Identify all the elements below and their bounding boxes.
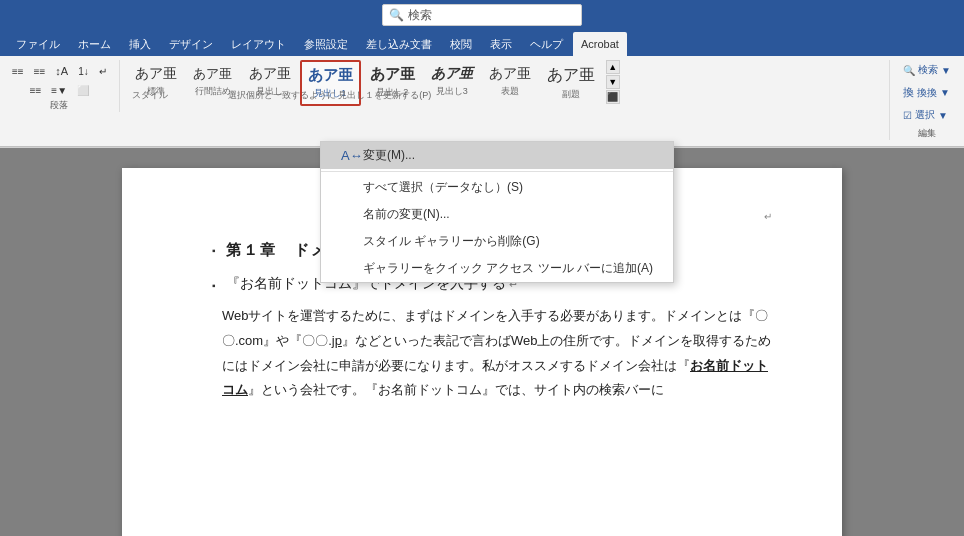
style-heading4-text: あア亜	[489, 65, 531, 83]
gallery-scroll: ▲ ▼ ⬛	[606, 60, 620, 104]
context-item-remove-label: スタイル ギャラリーから削除(G)	[363, 233, 540, 250]
body-paragraph: Webサイトを運営するために、まずはドメインを入手する必要があります。ドメインと…	[222, 304, 772, 403]
tab-review[interactable]: 校閲	[442, 32, 480, 56]
tab-reference[interactable]: 参照設定	[296, 32, 356, 56]
context-item-rename-label: 名前の変更(N)...	[363, 206, 450, 223]
ribbon-content: ≡≡ ≡≡ ↕A 1↓ ↵ ≡≡ ≡▼ ⬜ 段落 あア亜 標準	[0, 56, 964, 147]
indent-btn[interactable]: ≡▼	[47, 82, 71, 99]
style-heading3[interactable]: あア亜 見出し3	[424, 60, 480, 106]
sort-btn[interactable]: ↕A	[51, 62, 72, 80]
paragraph-label: 段落	[50, 99, 68, 112]
body-text-line1: Webサイトを運営するために、まずはドメインを入手する必要があります。ドメインと…	[222, 308, 771, 397]
replace-icon: 換	[903, 85, 914, 100]
style-gallery: あア亜 標準 あア亜 行間詰め あア亜 見出し あア亜 見出し1	[128, 60, 881, 106]
tab-help[interactable]: ヘルプ	[522, 32, 571, 56]
context-menu-item-modify[interactable]: A↔ 変更(M)...	[321, 142, 673, 169]
context-item-modify-label: 変更(M)...	[363, 147, 415, 164]
para-tools-row1: ≡≡ ≡≡ ↕A 1↓ ↵	[8, 62, 111, 80]
jp-underline: jp	[332, 333, 342, 348]
return-btn[interactable]: ↵	[95, 63, 111, 80]
align-center-btn[interactable]: ≡≡	[30, 63, 50, 80]
section-labels: スタイル 選択個所と一致するように 見出し１を更新する(P)	[128, 89, 432, 102]
line-spacing-btn[interactable]: 1↓	[74, 63, 93, 80]
select-label: 選択	[915, 108, 935, 122]
onamae-bold: お名前ドットコム	[222, 358, 768, 398]
ribbon-tabs: ファイル ホーム 挿入 デザイン レイアウト 参照設定 差し込み文書 校閲 表示…	[0, 30, 964, 56]
select-button[interactable]: ☑ 選択 ▼	[898, 105, 953, 125]
style-heading2-text: あア亜	[370, 65, 415, 84]
gallery-up-btn[interactable]: ▲	[606, 60, 620, 74]
replace-dropdown-icon: ▼	[940, 87, 950, 98]
select-icon: ☑	[903, 110, 912, 121]
tab-insert[interactable]: 挿入	[121, 32, 159, 56]
style-compact-text: あア亜	[193, 65, 232, 83]
replace-label: 換換	[917, 86, 937, 100]
search-box[interactable]: 🔍 検索	[382, 4, 582, 26]
tab-file[interactable]: ファイル	[8, 32, 68, 56]
paragraph-section: ≡≡ ≡≡ ↕A 1↓ ↵ ≡≡ ≡▼ ⬜ 段落	[8, 60, 120, 112]
align-left-btn[interactable]: ≡≡	[8, 63, 28, 80]
context-item-addtoolbar-label: ギャラリーをクイック アクセス ツール バーに追加(A)	[363, 260, 653, 277]
chapter-bullet: ▪	[212, 242, 216, 263]
context-menu-item-rename[interactable]: 名前の変更(N)...	[321, 201, 673, 228]
title-bar: 🔍 検索	[0, 0, 964, 30]
ribbon: ファイル ホーム 挿入 デザイン レイアウト 参照設定 差し込み文書 校閲 表示…	[0, 30, 964, 148]
context-menu-item-remove[interactable]: スタイル ギャラリーから削除(G)	[321, 228, 673, 255]
style-title-label: 副題	[562, 88, 580, 101]
context-menu-item-addtoolbar[interactable]: ギャラリーをクイック アクセス ツール バーに追加(A)	[321, 255, 673, 282]
gallery-down-btn[interactable]: ▼	[606, 75, 620, 89]
search-btn-label: 検索	[918, 63, 938, 77]
context-menu-separator1	[321, 171, 673, 172]
tab-design[interactable]: デザイン	[161, 32, 221, 56]
tab-mailings[interactable]: 差し込み文書	[358, 32, 440, 56]
gallery-more-btn[interactable]: ⬛	[606, 90, 620, 104]
style-heading-text: あア亜	[249, 65, 291, 83]
search-icon: 🔍	[389, 8, 404, 22]
search-placeholder: 検索	[408, 7, 432, 24]
style-normal-text: あア亜	[135, 65, 177, 83]
tab-layout[interactable]: レイアウト	[223, 32, 294, 56]
border-btn[interactable]: ⬜	[73, 82, 93, 99]
subtitle-bullet: ▪	[212, 277, 216, 296]
editing-section: 🔍 検索 ▼ 換 換換 ▼ ☑ 選択 ▼ 編集	[889, 60, 956, 140]
context-menu: A↔ 変更(M)... すべて選択（データなし）(S) 名前の変更(N)... …	[320, 141, 674, 283]
editing-label: 編集	[898, 127, 956, 140]
replace-button[interactable]: 換 換換 ▼	[898, 82, 955, 103]
list-btn[interactable]: ≡≡	[26, 82, 46, 99]
style-heading3-label: 見出し3	[436, 85, 468, 98]
search-btn-icon: 🔍	[903, 65, 915, 76]
tab-view[interactable]: 表示	[482, 32, 520, 56]
tab-home[interactable]: ホーム	[70, 32, 119, 56]
style-heading4[interactable]: あア亜 表題	[482, 60, 538, 106]
select-dropdown-icon: ▼	[938, 110, 948, 121]
heading-preview-label: 選択個所と一致するように 見出し１を更新する(P)	[228, 89, 432, 102]
search-dropdown-icon: ▼	[941, 65, 951, 76]
tab-acrobat[interactable]: Acrobat	[573, 32, 627, 56]
para-tools-row2: ≡≡ ≡▼ ⬜	[26, 82, 93, 99]
context-item-selectall-label: すべて選択（データなし）(S)	[363, 179, 523, 196]
style-heading4-label: 表題	[501, 85, 519, 98]
style-heading3-text: あア亜	[431, 65, 473, 83]
modify-icon: A↔	[341, 148, 357, 163]
style-title[interactable]: あア亜 副題	[540, 60, 602, 106]
style-heading1-text: あア亜	[308, 66, 353, 85]
search-button[interactable]: 🔍 検索 ▼	[898, 60, 956, 80]
style-title-text: あア亜	[547, 65, 595, 86]
styles-label: スタイル	[132, 89, 168, 102]
context-menu-item-selectall[interactable]: すべて選択（データなし）(S)	[321, 174, 673, 201]
